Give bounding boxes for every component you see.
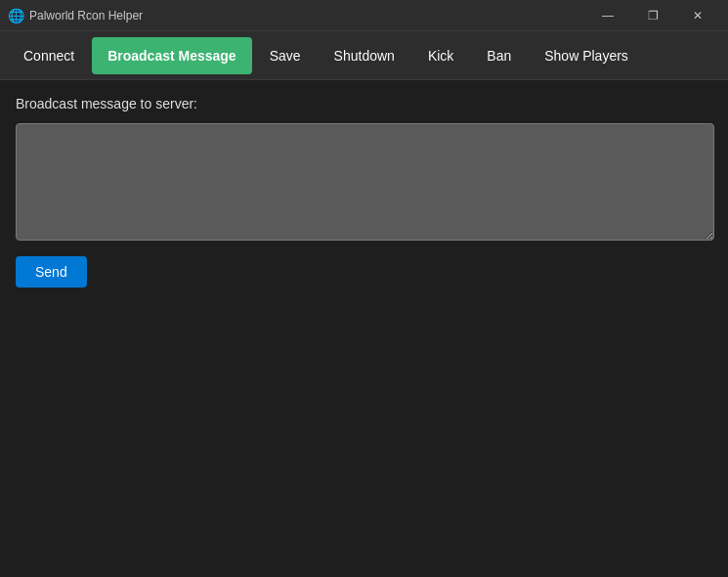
nav-item-show-players[interactable]: Show Players	[529, 37, 644, 74]
app-title: Palworld Rcon Helper	[29, 9, 143, 22]
send-button[interactable]: Send	[16, 256, 87, 288]
section-label: Broadcast message to server:	[16, 96, 712, 111]
content-area: Broadcast message to server: Send	[0, 80, 728, 303]
nav-item-shutdown[interactable]: Shutdown	[319, 37, 410, 74]
title-bar-left: 🌐 Palworld Rcon Helper	[8, 8, 143, 23]
app-icon: 🌐	[8, 8, 23, 23]
nav-item-save[interactable]: Save	[254, 37, 317, 74]
title-bar-controls: — ❐ ✕	[585, 0, 720, 31]
nav-item-connect[interactable]: Connect	[8, 37, 90, 74]
nav-item-kick[interactable]: Kick	[412, 37, 469, 74]
nav-item-broadcast-message[interactable]: Broadcast Message	[92, 37, 252, 74]
maximize-button[interactable]: ❐	[630, 0, 675, 31]
nav-bar: Connect Broadcast Message Save Shutdown …	[0, 31, 728, 80]
nav-item-ban[interactable]: Ban	[471, 37, 527, 74]
message-textarea[interactable]	[16, 123, 714, 241]
title-bar: 🌐 Palworld Rcon Helper — ❐ ✕	[0, 0, 728, 31]
close-button[interactable]: ✕	[675, 0, 720, 31]
minimize-button[interactable]: —	[585, 0, 630, 31]
